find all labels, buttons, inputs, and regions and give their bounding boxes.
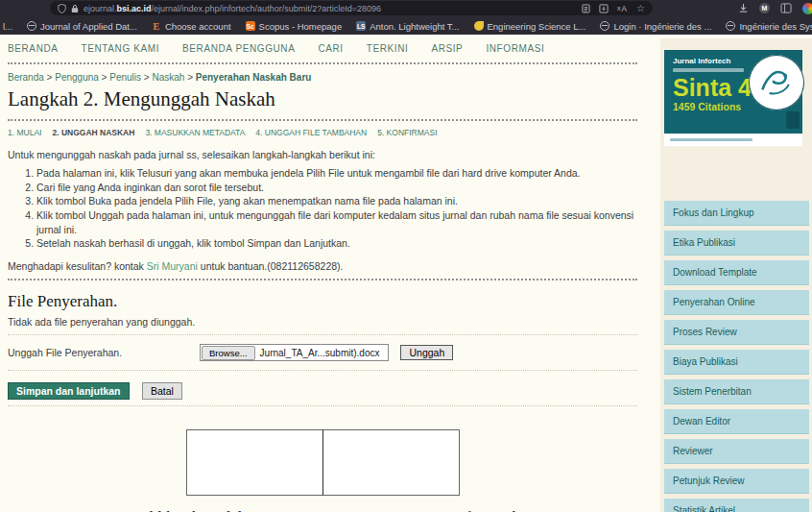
instruction-item: Pada halaman ini, klik Telusuri yang aka… — [36, 166, 637, 181]
globe-icon — [600, 21, 609, 31]
save-and-continue-button[interactable]: Simpan dan lanjutkan — [8, 382, 130, 400]
divider — [8, 334, 637, 335]
submission-steps: 1. MULAI 2. UNGGAH NASKAH 3. MASUKKAN ME… — [8, 128, 637, 137]
translate-icon[interactable]: xA — [617, 4, 628, 13]
broken-image-placeholder — [322, 429, 460, 496]
nav-item-beranda[interactable]: BERANDA — [8, 43, 59, 54]
section-title-file-penyerahan: File Penyerahan. — [8, 292, 637, 311]
step-link-konfirmasi[interactable]: 5. KONFIRMASI — [377, 128, 437, 137]
nav-item-informasi[interactable]: INFORMASI — [486, 43, 544, 54]
bookmark-item[interactable]: LSAnton. Lightweight T... — [356, 21, 459, 32]
elsevier-icon: E — [152, 21, 161, 31]
url-path: /ejurnal/index.php/infortech/author/subm… — [152, 4, 381, 13]
step-link-unggah-file-tambahan[interactable]: 4. UNGGAH FILE TAMBAHAN — [255, 128, 367, 137]
nav-item-terkini[interactable]: TERKINI — [367, 43, 409, 54]
site-favicon: LS — [356, 21, 366, 31]
nav-item-cari[interactable]: CARI — [318, 43, 343, 54]
breadcrumb-separator: > — [102, 72, 107, 83]
nav-item-arsip[interactable]: ARSIP — [431, 43, 463, 54]
sidebar-item-download-template[interactable]: Download Template — [664, 260, 809, 285]
globe-icon — [726, 21, 735, 31]
url-prefix: ejournal. — [84, 4, 117, 13]
upload-field-label: Unggah File Penyerahan. — [8, 347, 200, 358]
sidebar-item-dewan-editor[interactable]: Dewan Editor — [664, 409, 809, 434]
reader-mode-icon[interactable] — [582, 4, 590, 13]
sidebar-item-etika-publikasi[interactable]: Etika Publikasi — [664, 231, 809, 256]
bookmark-item[interactable]: Ingénierie des Systèm... — [726, 21, 812, 32]
bookmark-item[interactable]: EChoose account — [152, 21, 231, 32]
bookmark-item[interactable]: Engineering Science L... — [474, 21, 586, 32]
empty-file-message: Tidak ada file penyerahan yang diunggah. — [8, 316, 637, 328]
browse-button[interactable]: Browse... — [202, 346, 255, 360]
sidebar: Jurnal Infortech Sinta 4 1459 Citations … — [660, 38, 812, 512]
contact-link[interactable]: Sri Muryani — [147, 260, 198, 272]
instruction-item: Klik tombol Unggah pada halaman ini, unt… — [36, 208, 637, 236]
divider — [8, 279, 637, 280]
save-page-icon[interactable] — [599, 4, 609, 13]
url-bar-icons: xA ☆ — [582, 4, 645, 13]
bookmark-star-icon[interactable]: ☆ — [636, 4, 645, 13]
file-input[interactable]: Browse... Jurnal_TA_Ar...submit).docx — [200, 344, 389, 361]
url-host: bsi.ac.id — [117, 4, 152, 13]
breadcrumb-link[interactable]: Pengguna — [55, 72, 99, 83]
toolbar: ejournal.bsi.ac.id/ejurnal/index.php/inf… — [0, 0, 812, 17]
toolbar-right-icons: M — [738, 1, 808, 15]
help-suffix: untuk bantuan.(082112658228). — [198, 260, 344, 272]
breadcrumb-separator: > — [187, 72, 193, 83]
sinta-badge[interactable]: Jurnal Infortech Sinta 4 1459 Citations — [664, 50, 802, 146]
bookmark-item[interactable]: Journal of Applied Dat... — [27, 21, 137, 32]
instruction-item: Setelah naskah berhasil di unggah, klik … — [36, 236, 637, 251]
globe-icon — [27, 21, 36, 31]
cancel-button[interactable]: Batal — [142, 382, 182, 400]
upload-button[interactable]: Unggah — [400, 345, 453, 360]
sidebar-item-fokus-dan-lingkup[interactable]: Fokus dan Lingkup — [664, 201, 809, 226]
sidebar-item-biaya-publikasi[interactable]: Biaya Publikasi — [664, 350, 809, 375]
sidebar-spacer — [660, 146, 812, 201]
sidebar-toggle-icon[interactable] — [780, 3, 792, 13]
nav-item-beranda-pengguna[interactable]: BERANDA PENGGUNA — [182, 43, 295, 54]
form-actions: Simpan dan lanjutkan Batal — [8, 381, 637, 400]
sidebar-item-statistik-artikel[interactable]: Statistik Artikel — [664, 499, 809, 512]
footer-image-placeholders — [8, 429, 637, 496]
publisher-line: Dipublikasikan oleh LPPM Universitas Bin… — [8, 508, 637, 512]
divider — [8, 62, 637, 64]
shield-icon[interactable] — [58, 4, 66, 13]
bookmarks-bar: l... Journal of Applied Dat... EChoose a… — [0, 17, 812, 35]
breadcrumb-link[interactable]: Penulis — [109, 72, 141, 83]
step-link-mulai[interactable]: 1. MULAI — [8, 128, 41, 137]
divider — [8, 370, 637, 371]
extension-icon[interactable] — [802, 3, 812, 14]
site-favicon — [474, 21, 484, 31]
downloads-icon[interactable] — [738, 3, 749, 13]
svg-text:A: A — [622, 5, 628, 13]
instruction-item: Cari file yang Anda inginkan dan sorot f… — [36, 181, 637, 195]
bookmark-item[interactable]: l... — [3, 21, 12, 32]
breadcrumb-link[interactable]: Naskah — [152, 72, 184, 83]
breadcrumb-current: Penyerahan Naskah Baru — [196, 72, 312, 83]
lock-icon[interactable] — [71, 4, 79, 13]
help-text: Menghadapi kesulitan? kontak Sri Muryani… — [8, 260, 637, 272]
url-bar[interactable]: ejournal.bsi.ac.id/ejurnal/index.php/inf… — [50, 1, 653, 15]
sinta-subtitle-bar — [673, 68, 744, 72]
bookmark-item[interactable]: ScScopus - Homepage — [246, 21, 343, 32]
nav-item-tentang-kami[interactable]: TENTANG KAMI — [82, 43, 159, 54]
instruction-list: Pada halaman ini, klik Telusuri yang aka… — [25, 166, 637, 251]
account-icon[interactable]: M — [759, 3, 770, 13]
primary-nav: BERANDA TENTANG KAMI BERANDA PENGGUNA CA… — [8, 35, 637, 60]
bookmark-item[interactable]: Login · Ingénierie des ... — [600, 21, 711, 32]
broken-image-placeholder — [186, 429, 323, 496]
sidebar-item-reviewer[interactable]: Reviewer — [664, 439, 809, 464]
url-text[interactable]: ejournal.bsi.ac.id/ejurnal/index.php/inf… — [84, 4, 381, 13]
step-link-masukkan-metadata[interactable]: 3. MASUKKAN METADATA — [145, 128, 245, 137]
selected-filename: Jurnal_TA_Ar...submit).docx — [260, 348, 388, 358]
svg-text:x: x — [617, 4, 621, 12]
page-footer: Dipublikasikan oleh LPPM Universitas Bin… — [8, 429, 637, 512]
sinta-badge-footer-strip — [664, 134, 802, 146]
sidebar-item-proses-review[interactable]: Proses Review — [664, 320, 809, 345]
sidebar-item-sistem-penerbitan[interactable]: Sistem Penerbitan — [664, 379, 809, 404]
breadcrumb: Beranda > Pengguna > Penulis > Naskah > … — [8, 72, 637, 83]
sidebar-item-penyerahan-online[interactable]: Penyerahan Online — [664, 290, 809, 315]
breadcrumb-link[interactable]: Beranda — [8, 72, 44, 83]
step-link-unggah-naskah: 2. UNGGAH NASKAH — [52, 128, 134, 137]
sidebar-item-petunjuk-review[interactable]: Petunjuk Review — [664, 469, 809, 494]
